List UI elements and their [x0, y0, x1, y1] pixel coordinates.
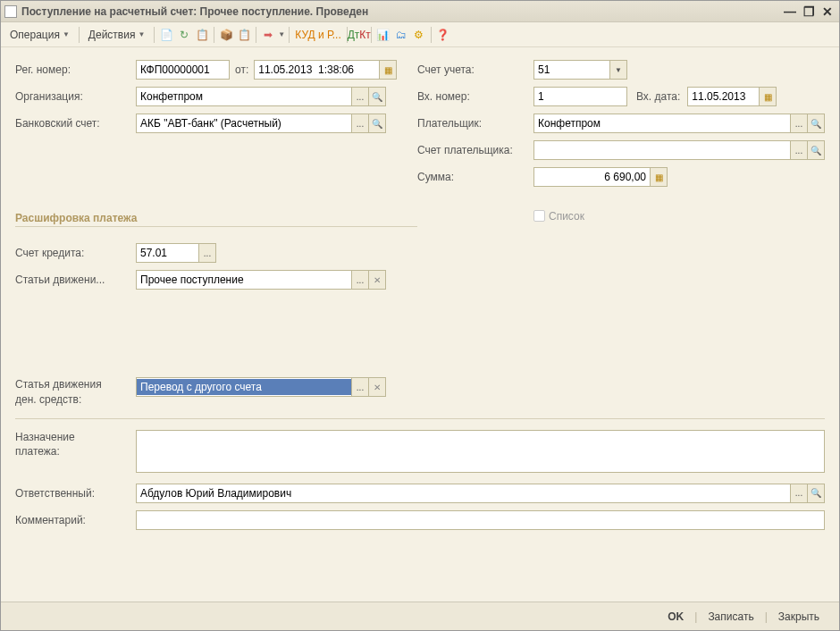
payer-input[interactable]: ... 🔍 [533, 114, 825, 133]
in-number-input[interactable] [533, 87, 627, 106]
kudr-button[interactable]: КУД и Р... [293, 29, 342, 41]
select-icon[interactable]: ... [790, 114, 807, 132]
responsible-label: Ответственный: [15, 487, 136, 500]
organization-input[interactable]: ... 🔍 [136, 87, 386, 106]
credit-account-input[interactable]: ... [136, 243, 216, 263]
in-date-input[interactable]: ▦ [687, 87, 777, 106]
new-icon[interactable]: 📄 [158, 27, 174, 43]
select-icon[interactable]: ... [351, 114, 368, 132]
maximize-button[interactable]: ❐ [801, 4, 817, 19]
toolbar: Операция▼ Действия▼ 📄 ↻ 📋 📦 📋 ➡ ▼ КУД и … [1, 22, 839, 47]
checkbox-icon[interactable] [533, 210, 545, 222]
minimize-button[interactable]: — [782, 4, 798, 19]
from-label: от: [235, 63, 248, 76]
movement-article-label: Статьи движени... [15, 273, 136, 286]
section-title: Расшифровка платежа [15, 212, 417, 227]
list-icon[interactable]: 📋 [236, 27, 252, 43]
clear-icon[interactable]: ✕ [368, 378, 385, 396]
close-button[interactable]: ✕ [819, 4, 836, 19]
datetime-input[interactable]: ▦ [254, 60, 397, 80]
payer-label: Плательщик: [417, 117, 533, 130]
search-icon[interactable]: 🔍 [807, 114, 824, 132]
search-icon[interactable]: 🔍 [368, 114, 385, 132]
search-icon[interactable]: 🔍 [807, 484, 824, 502]
organization-label: Организация: [15, 90, 136, 103]
dropdown-icon[interactable]: ▼ [609, 61, 626, 79]
app-window: Поступление на расчетный счет: Прочее по… [0, 0, 840, 631]
select-icon[interactable]: ... [351, 88, 368, 105]
calculator-icon[interactable]: ▦ [650, 168, 667, 186]
dtkt-icon[interactable]: ДтКт [351, 27, 367, 43]
comment-label: Комментарий: [15, 514, 136, 526]
select-icon[interactable]: ... [790, 484, 807, 502]
calendar-icon[interactable]: ▦ [379, 61, 396, 79]
goto-icon[interactable]: ➡ [260, 27, 276, 43]
payer-account-label: Счет плательщика: [417, 144, 533, 156]
save-button[interactable]: Записать [699, 607, 762, 627]
bank-account-label: Банковский счет: [15, 117, 136, 130]
in-date-label: Вх. дата: [636, 90, 680, 103]
in-number-label: Вх. номер: [417, 90, 533, 103]
account-label: Счет учета: [417, 63, 533, 76]
credit-account-label: Счет кредита: [15, 247, 136, 259]
cashflow-article-label: Статья движения ден. средств: [15, 377, 136, 408]
titlebar: Поступление на расчетный счет: Прочее по… [1, 1, 839, 22]
account-select[interactable]: ▼ [533, 60, 627, 80]
window-title: Поступление на расчетный счет: Прочее по… [21, 5, 782, 18]
comment-input[interactable] [136, 510, 825, 530]
select-icon[interactable]: ... [351, 378, 368, 396]
cashflow-article-input[interactable]: ... ✕ [136, 377, 386, 397]
structure-icon[interactable]: 🗂 [393, 27, 409, 43]
bank-account-input[interactable]: ... 🔍 [136, 114, 386, 133]
select-icon[interactable]: ... [790, 141, 807, 159]
footer: OK | Записать | Закрыть [1, 602, 839, 630]
report-icon[interactable]: 📊 [375, 27, 391, 43]
close-button[interactable]: Закрыть [769, 607, 828, 627]
purpose-textarea[interactable] [136, 430, 825, 473]
select-icon[interactable]: ... [351, 271, 368, 289]
clear-icon[interactable]: ✕ [368, 271, 385, 289]
sum-label: Сумма: [417, 171, 533, 183]
movement-article-input[interactable]: ... ✕ [136, 270, 386, 290]
reg-number-input[interactable] [136, 60, 230, 80]
select-icon[interactable]: ... [198, 244, 215, 262]
reg-number-label: Рег. номер: [15, 63, 136, 76]
settings-icon[interactable]: ⚙ [411, 27, 427, 43]
list-checkbox[interactable]: Список [533, 210, 584, 223]
purpose-label: Назначение платежа: [15, 430, 136, 460]
help-icon[interactable]: ❓ [435, 27, 451, 43]
calendar-icon[interactable]: ▦ [759, 88, 776, 105]
search-icon[interactable]: 🔍 [368, 88, 385, 105]
document-icon [4, 5, 17, 18]
actions-menu[interactable]: Действия▼ [83, 26, 151, 44]
basedon-icon[interactable]: 📦 [218, 27, 234, 43]
refresh-icon[interactable]: ↻ [176, 27, 192, 43]
content-area: Рег. номер: от: ▦ Счет учета: ▼ [1, 47, 839, 550]
sum-input[interactable]: ▦ [533, 167, 668, 187]
search-icon[interactable]: 🔍 [807, 141, 824, 159]
ok-button[interactable]: OK [659, 607, 693, 627]
operation-menu[interactable]: Операция▼ [4, 26, 75, 44]
post-icon[interactable]: 📋 [194, 27, 210, 43]
payer-account-input[interactable]: ... 🔍 [533, 140, 825, 160]
responsible-input[interactable]: ... 🔍 [136, 484, 825, 503]
